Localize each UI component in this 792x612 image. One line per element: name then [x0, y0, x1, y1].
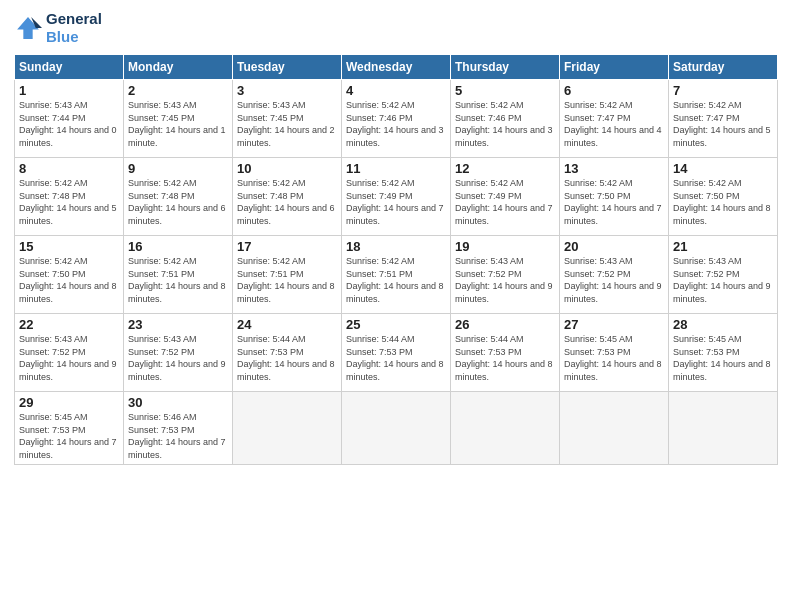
- day-number: 8: [19, 161, 119, 176]
- day-number: 5: [455, 83, 555, 98]
- day-number: 9: [128, 161, 228, 176]
- calendar-cell: 28Sunrise: 5:45 AMSunset: 7:53 PMDayligh…: [669, 314, 778, 392]
- day-info: Sunrise: 5:43 AMSunset: 7:52 PMDaylight:…: [455, 255, 555, 305]
- day-number: 6: [564, 83, 664, 98]
- day-info: Sunrise: 5:42 AMSunset: 7:50 PMDaylight:…: [564, 177, 664, 227]
- day-info: Sunrise: 5:43 AMSunset: 7:52 PMDaylight:…: [564, 255, 664, 305]
- day-info: Sunrise: 5:43 AMSunset: 7:52 PMDaylight:…: [128, 333, 228, 383]
- day-number: 2: [128, 83, 228, 98]
- day-number: 11: [346, 161, 446, 176]
- day-info: Sunrise: 5:45 AMSunset: 7:53 PMDaylight:…: [673, 333, 773, 383]
- day-number: 25: [346, 317, 446, 332]
- day-number: 18: [346, 239, 446, 254]
- day-number: 17: [237, 239, 337, 254]
- day-info: Sunrise: 5:42 AMSunset: 7:48 PMDaylight:…: [128, 177, 228, 227]
- calendar-cell: 11Sunrise: 5:42 AMSunset: 7:49 PMDayligh…: [342, 158, 451, 236]
- logo-text: General Blue: [46, 10, 102, 46]
- day-number: 19: [455, 239, 555, 254]
- day-number: 24: [237, 317, 337, 332]
- day-number: 3: [237, 83, 337, 98]
- day-info: Sunrise: 5:44 AMSunset: 7:53 PMDaylight:…: [455, 333, 555, 383]
- day-number: 16: [128, 239, 228, 254]
- col-header-tuesday: Tuesday: [233, 55, 342, 80]
- col-header-monday: Monday: [124, 55, 233, 80]
- day-number: 12: [455, 161, 555, 176]
- calendar-cell: [233, 392, 342, 465]
- calendar-cell: 30Sunrise: 5:46 AMSunset: 7:53 PMDayligh…: [124, 392, 233, 465]
- day-info: Sunrise: 5:42 AMSunset: 7:49 PMDaylight:…: [346, 177, 446, 227]
- day-number: 15: [19, 239, 119, 254]
- day-info: Sunrise: 5:42 AMSunset: 7:46 PMDaylight:…: [346, 99, 446, 149]
- day-number: 10: [237, 161, 337, 176]
- calendar-cell: 27Sunrise: 5:45 AMSunset: 7:53 PMDayligh…: [560, 314, 669, 392]
- week-row: 1Sunrise: 5:43 AMSunset: 7:44 PMDaylight…: [15, 80, 778, 158]
- day-number: 13: [564, 161, 664, 176]
- day-info: Sunrise: 5:43 AMSunset: 7:52 PMDaylight:…: [19, 333, 119, 383]
- calendar-cell: 10Sunrise: 5:42 AMSunset: 7:48 PMDayligh…: [233, 158, 342, 236]
- calendar-cell: 2Sunrise: 5:43 AMSunset: 7:45 PMDaylight…: [124, 80, 233, 158]
- day-number: 28: [673, 317, 773, 332]
- day-info: Sunrise: 5:44 AMSunset: 7:53 PMDaylight:…: [346, 333, 446, 383]
- day-info: Sunrise: 5:42 AMSunset: 7:47 PMDaylight:…: [564, 99, 664, 149]
- calendar-cell: 15Sunrise: 5:42 AMSunset: 7:50 PMDayligh…: [15, 236, 124, 314]
- day-info: Sunrise: 5:43 AMSunset: 7:52 PMDaylight:…: [673, 255, 773, 305]
- day-info: Sunrise: 5:46 AMSunset: 7:53 PMDaylight:…: [128, 411, 228, 461]
- calendar-cell: [669, 392, 778, 465]
- header: General Blue: [14, 10, 778, 46]
- calendar-cell: 6Sunrise: 5:42 AMSunset: 7:47 PMDaylight…: [560, 80, 669, 158]
- svg-marker-1: [17, 17, 39, 39]
- day-number: 21: [673, 239, 773, 254]
- calendar-cell: 1Sunrise: 5:43 AMSunset: 7:44 PMDaylight…: [15, 80, 124, 158]
- day-number: 22: [19, 317, 119, 332]
- day-info: Sunrise: 5:42 AMSunset: 7:50 PMDaylight:…: [19, 255, 119, 305]
- col-header-wednesday: Wednesday: [342, 55, 451, 80]
- calendar-cell: 23Sunrise: 5:43 AMSunset: 7:52 PMDayligh…: [124, 314, 233, 392]
- calendar-cell: [560, 392, 669, 465]
- day-info: Sunrise: 5:42 AMSunset: 7:51 PMDaylight:…: [128, 255, 228, 305]
- calendar-cell: 20Sunrise: 5:43 AMSunset: 7:52 PMDayligh…: [560, 236, 669, 314]
- day-number: 7: [673, 83, 773, 98]
- calendar-cell: 4Sunrise: 5:42 AMSunset: 7:46 PMDaylight…: [342, 80, 451, 158]
- day-info: Sunrise: 5:45 AMSunset: 7:53 PMDaylight:…: [564, 333, 664, 383]
- day-info: Sunrise: 5:42 AMSunset: 7:47 PMDaylight:…: [673, 99, 773, 149]
- calendar-cell: 13Sunrise: 5:42 AMSunset: 7:50 PMDayligh…: [560, 158, 669, 236]
- calendar-cell: 22Sunrise: 5:43 AMSunset: 7:52 PMDayligh…: [15, 314, 124, 392]
- col-header-thursday: Thursday: [451, 55, 560, 80]
- calendar-cell: 17Sunrise: 5:42 AMSunset: 7:51 PMDayligh…: [233, 236, 342, 314]
- day-info: Sunrise: 5:42 AMSunset: 7:51 PMDaylight:…: [237, 255, 337, 305]
- day-number: 1: [19, 83, 119, 98]
- page: General Blue SundayMondayTuesdayWednesda…: [0, 0, 792, 612]
- calendar-cell: 21Sunrise: 5:43 AMSunset: 7:52 PMDayligh…: [669, 236, 778, 314]
- day-number: 29: [19, 395, 119, 410]
- logo-icon: [14, 14, 42, 42]
- calendar-cell: 7Sunrise: 5:42 AMSunset: 7:47 PMDaylight…: [669, 80, 778, 158]
- day-info: Sunrise: 5:43 AMSunset: 7:45 PMDaylight:…: [237, 99, 337, 149]
- day-number: 23: [128, 317, 228, 332]
- calendar-cell: 26Sunrise: 5:44 AMSunset: 7:53 PMDayligh…: [451, 314, 560, 392]
- day-info: Sunrise: 5:42 AMSunset: 7:51 PMDaylight:…: [346, 255, 446, 305]
- calendar-table: SundayMondayTuesdayWednesdayThursdayFrid…: [14, 54, 778, 465]
- col-header-friday: Friday: [560, 55, 669, 80]
- col-header-sunday: Sunday: [15, 55, 124, 80]
- day-number: 14: [673, 161, 773, 176]
- day-info: Sunrise: 5:42 AMSunset: 7:48 PMDaylight:…: [237, 177, 337, 227]
- week-row: 15Sunrise: 5:42 AMSunset: 7:50 PMDayligh…: [15, 236, 778, 314]
- calendar-cell: 16Sunrise: 5:42 AMSunset: 7:51 PMDayligh…: [124, 236, 233, 314]
- day-info: Sunrise: 5:45 AMSunset: 7:53 PMDaylight:…: [19, 411, 119, 461]
- calendar-body: 1Sunrise: 5:43 AMSunset: 7:44 PMDaylight…: [15, 80, 778, 465]
- calendar-cell: [451, 392, 560, 465]
- day-number: 4: [346, 83, 446, 98]
- day-number: 30: [128, 395, 228, 410]
- calendar-cell: 29Sunrise: 5:45 AMSunset: 7:53 PMDayligh…: [15, 392, 124, 465]
- col-header-saturday: Saturday: [669, 55, 778, 80]
- day-info: Sunrise: 5:42 AMSunset: 7:49 PMDaylight:…: [455, 177, 555, 227]
- calendar-cell: 3Sunrise: 5:43 AMSunset: 7:45 PMDaylight…: [233, 80, 342, 158]
- calendar-cell: 12Sunrise: 5:42 AMSunset: 7:49 PMDayligh…: [451, 158, 560, 236]
- day-info: Sunrise: 5:42 AMSunset: 7:50 PMDaylight:…: [673, 177, 773, 227]
- week-row: 22Sunrise: 5:43 AMSunset: 7:52 PMDayligh…: [15, 314, 778, 392]
- calendar-cell: 19Sunrise: 5:43 AMSunset: 7:52 PMDayligh…: [451, 236, 560, 314]
- calendar-cell: 14Sunrise: 5:42 AMSunset: 7:50 PMDayligh…: [669, 158, 778, 236]
- calendar-cell: 25Sunrise: 5:44 AMSunset: 7:53 PMDayligh…: [342, 314, 451, 392]
- week-row: 29Sunrise: 5:45 AMSunset: 7:53 PMDayligh…: [15, 392, 778, 465]
- day-info: Sunrise: 5:43 AMSunset: 7:45 PMDaylight:…: [128, 99, 228, 149]
